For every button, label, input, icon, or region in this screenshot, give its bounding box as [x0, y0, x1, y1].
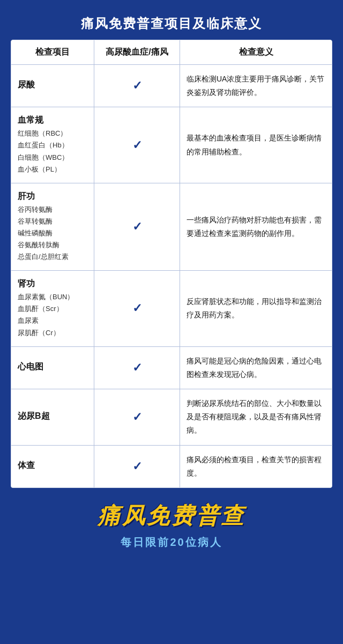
meaning-cell-2: 一些痛风治疗药物对肝功能也有损害，需要通过检查来监测药物的副作用。 — [180, 183, 332, 270]
table-row: 尿酸 ✓ 临床检测UA浓度主要用于痛风诊断，关节炎鉴别及肾功能评价。 — [11, 65, 332, 107]
table-row: 肝功 谷丙转氨酶谷草转氨酶碱性磷酸酶谷氨酰转肽酶总蛋白/总胆红素 ✓ 一些痛风治… — [11, 183, 332, 271]
meaning-cell-3: 反应肾脏状态和功能，用以指导和监测治疗及用药方案。 — [180, 271, 332, 346]
check-cell-6: ✓ — [94, 446, 180, 487]
checkmark-6: ✓ — [132, 460, 142, 473]
header-meaning: 检查意义 — [180, 40, 332, 64]
meaning-text-6: 痛风必须的检查项目，检查关节的损害程度。 — [187, 453, 325, 480]
item-sub-2: 谷丙转氨酶谷草转氨酶碱性磷酸酶谷氨酰转肽酶总蛋白/总胆红素 — [18, 204, 87, 263]
item-name-6: 体查 — [18, 460, 87, 471]
table-row: 体查 ✓ 痛风必须的检查项目，检查关节的损害程度。 — [11, 446, 332, 487]
item-name-0: 尿酸 — [18, 79, 87, 91]
meaning-text-0: 临床检测UA浓度主要用于痛风诊断，关节炎鉴别及肾功能评价。 — [187, 72, 325, 99]
footer-sub-title: 每日限前20位病人 — [0, 535, 343, 550]
item-name-2: 肝功 — [18, 191, 87, 202]
meaning-text-2: 一些痛风治疗药物对肝功能也有损害，需要通过检查来监测药物的副作用。 — [187, 213, 325, 240]
item-cell-3: 肾功 血尿素氮（BUN）血肌酐（Scr）血尿素尿肌酐（Cr） — [11, 271, 94, 346]
footer-section: 痛风免费普查 每日限前20位病人 — [0, 488, 343, 566]
table-row: 肾功 血尿素氮（BUN）血肌酐（Scr）血尿素尿肌酐（Cr） ✓ 反应肾脏状态和… — [11, 271, 332, 346]
header-check: 高尿酸血症/痛风 — [94, 40, 180, 64]
meaning-text-4: 痛风可能是冠心病的危险因素，通过心电图检查来发现冠心病。 — [187, 354, 325, 381]
table-header: 检查项目 高尿酸血症/痛风 检查意义 — [11, 40, 332, 65]
check-cell-5: ✓ — [94, 389, 180, 445]
item-sub-1: 红细胞（RBC）血红蛋白（Hb）白细胞（WBC）血小板（PL） — [18, 128, 87, 175]
table-row: 泌尿B超 ✓ 判断泌尿系统结石的部位、大小和数量以及是否有梗阻现象，以及是否有痛… — [11, 389, 332, 446]
checkmark-3: ✓ — [132, 301, 142, 315]
meaning-text-1: 最基本的血液检查项目，是医生诊断病情的常用辅助检查。 — [187, 131, 325, 158]
check-cell-4: ✓ — [94, 347, 180, 389]
meaning-cell-6: 痛风必须的检查项目，检查关节的损害程度。 — [180, 446, 332, 487]
meaning-cell-1: 最基本的血液检查项目，是医生诊断病情的常用辅助检查。 — [180, 107, 332, 182]
item-name-1: 血常规 — [18, 115, 87, 126]
meaning-cell-0: 临床检测UA浓度主要用于痛风诊断，关节炎鉴别及肾功能评价。 — [180, 65, 332, 107]
footer-main-title: 痛风免费普查 — [0, 501, 343, 531]
meaning-cell-5: 判断泌尿系统结石的部位、大小和数量以及是否有梗阻现象，以及是否有痛风性肾病。 — [180, 389, 332, 445]
item-name-5: 泌尿B超 — [18, 411, 87, 422]
page-wrapper: 痛风免费普查项目及临床意义 检查项目 高尿酸血症/痛风 检查意义 尿酸 ✓ 临床… — [0, 0, 343, 566]
meaning-text-3: 反应肾脏状态和功能，用以指导和监测治疗及用药方案。 — [187, 295, 325, 322]
item-cell-4: 心电图 — [11, 347, 94, 389]
item-cell-5: 泌尿B超 — [11, 389, 94, 445]
item-name-3: 肾功 — [18, 278, 87, 290]
table-row: 心电图 ✓ 痛风可能是冠心病的危险因素，通过心电图检查来发现冠心病。 — [11, 347, 332, 389]
checkmark-0: ✓ — [132, 79, 142, 93]
title-section: 痛风免费普查项目及临床意义 — [0, 5, 343, 40]
main-title: 痛风免费普查项目及临床意义 — [0, 15, 343, 32]
meaning-text-5: 判断泌尿系统结石的部位、大小和数量以及是否有梗阻现象，以及是否有痛风性肾病。 — [187, 397, 325, 438]
check-cell-1: ✓ — [94, 107, 180, 182]
header-item: 检查项目 — [11, 40, 94, 64]
top-spacing — [0, 0, 343, 5]
meaning-cell-4: 痛风可能是冠心病的危险因素，通过心电图检查来发现冠心病。 — [180, 347, 332, 389]
checkmark-2: ✓ — [132, 220, 142, 234]
item-cell-6: 体查 — [11, 446, 94, 487]
checkmark-5: ✓ — [132, 410, 142, 424]
checkmark-4: ✓ — [132, 361, 142, 375]
table-container: 检查项目 高尿酸血症/痛风 检查意义 尿酸 ✓ 临床检测UA浓度主要用于痛风诊断… — [11, 40, 332, 488]
item-cell-1: 血常规 红细胞（RBC）血红蛋白（Hb）白细胞（WBC）血小板（PL） — [11, 107, 94, 182]
table-row: 血常规 红细胞（RBC）血红蛋白（Hb）白细胞（WBC）血小板（PL） ✓ 最基… — [11, 107, 332, 183]
item-cell-2: 肝功 谷丙转氨酶谷草转氨酶碱性磷酸酶谷氨酰转肽酶总蛋白/总胆红素 — [11, 183, 94, 270]
item-name-4: 心电图 — [18, 361, 87, 373]
item-cell-0: 尿酸 — [11, 65, 94, 107]
check-cell-3: ✓ — [94, 271, 180, 346]
check-cell-0: ✓ — [94, 65, 180, 107]
checkmark-1: ✓ — [132, 138, 142, 152]
check-cell-2: ✓ — [94, 183, 180, 270]
item-sub-3: 血尿素氮（BUN）血肌酐（Scr）血尿素尿肌酐（Cr） — [18, 291, 87, 338]
